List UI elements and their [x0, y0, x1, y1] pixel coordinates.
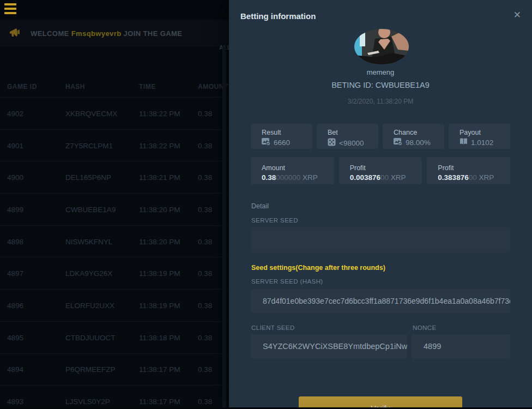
- top-bar: [0, 0, 229, 19]
- profit-label: Profit: [350, 164, 422, 172]
- col-game-id: GAME ID: [7, 83, 37, 91]
- amount-box: Amount 0.38000000 XRP: [251, 157, 334, 184]
- table-row[interactable]: 4895CTBDJUUOCT11:38:18 PM0.38: [0, 322, 229, 354]
- page: WELCOME Fmsqbwyevrb JOIN THE GAME ALL GA…: [0, 0, 532, 409]
- server-seed-hash-input[interactable]: 87d4f01e0be393e7cec7d6bcc3ff1a8871736e9d…: [251, 289, 510, 313]
- stat-bet: Bet <98000: [317, 124, 378, 149]
- avatar[interactable]: [354, 29, 409, 64]
- stat-chance: Chance 98.00%: [383, 124, 444, 149]
- client-seed-label: CLIENT SEED: [251, 324, 295, 331]
- stat-result-value: 6660: [274, 139, 290, 147]
- profit-total-value: 0.38387600 XRP: [438, 173, 510, 182]
- stat-chance-value: 98.00%: [406, 139, 431, 147]
- stat-payout-value: 1.0102: [471, 139, 493, 147]
- dice-icon: [328, 138, 336, 148]
- table-row[interactable]: 4894P6QRMEEFZP11:38:17 PM0.38: [0, 354, 229, 386]
- welcome-username: Fmsqbwyevrb: [71, 29, 122, 38]
- stats-row-1: Result 6660 Bet <98000 Chance: [251, 124, 510, 149]
- stat-result-label: Result: [262, 129, 312, 136]
- amount-label: Amount: [262, 164, 334, 172]
- table-row[interactable]: 4893LJSVLS0Y2P11:38:17 PM0.38: [0, 386, 229, 409]
- col-time: TIME: [139, 83, 156, 91]
- table-row[interactable]: 4897LDKA9YG26X11:38:19 PM0.38: [0, 257, 229, 290]
- table-row[interactable]: 4902XKBRQVECMX11:38:22 PM0.38: [0, 98, 229, 130]
- profit-total-label: Profit: [438, 164, 510, 172]
- col-hash: HASH: [65, 83, 85, 91]
- stat-payout: Payout 1.0102: [449, 124, 510, 149]
- modal-datetime: 3/2/2020, 11:38:20 PM: [229, 98, 532, 105]
- profit-total-box: Profit 0.38387600 XRP: [427, 157, 510, 184]
- welcome-banner: WELCOME Fmsqbwyevrb JOIN THE GAME: [0, 20, 229, 47]
- table-row[interactable]: 4901Z7Y5RCLPM111:38:22 PM0.38: [0, 130, 229, 162]
- chance-icon: [394, 138, 402, 147]
- nonce-input[interactable]: 4899: [412, 334, 510, 358]
- modal-betting-id: BETING ID: CWBUEBE1A9: [229, 81, 532, 89]
- stat-bet-value: <98000: [339, 139, 364, 147]
- stat-bet-label: Bet: [328, 129, 378, 136]
- welcome-text: WELCOME Fmsqbwyevrb JOIN THE GAME: [31, 29, 182, 38]
- betting-information-modal: Betting information ✕ memeng BETING ID: …: [229, 0, 532, 409]
- server-seed-label: SERVER SEED: [251, 217, 298, 224]
- client-seed-input[interactable]: S4YZC6K2WYCiXSBE8YmtdbepCp1iNwz: [251, 334, 407, 358]
- modal-username: memeng: [229, 68, 532, 76]
- game-history-panel: WELCOME Fmsqbwyevrb JOIN THE GAME ALL GA…: [0, 0, 229, 409]
- seed-settings-heading: Seed settings(Change after three rounds): [251, 264, 385, 272]
- stat-chance-label: Chance: [394, 129, 444, 136]
- server-seed-hash-label: SERVER SEED (HASH): [251, 278, 323, 285]
- stats-row-2: Amount 0.38000000 XRP Profit 0.00387600 …: [251, 157, 510, 184]
- table-body: 4902XKBRQVECMX11:38:22 PM0.38 4901Z7Y5RC…: [0, 97, 229, 409]
- table-row[interactable]: 4896ELORFU2UXX11:38:19 PM0.38: [0, 290, 229, 322]
- result-icon: [262, 138, 270, 147]
- server-seed-input[interactable]: [251, 227, 510, 252]
- table-header: GAME ID HASH TIME AMOUNT: [0, 76, 229, 97]
- stat-payout-label: Payout: [460, 129, 510, 136]
- table-row[interactable]: 4899CWBUEBE1A911:38:20 PM0.38: [0, 194, 229, 226]
- close-icon[interactable]: ✕: [513, 10, 521, 20]
- detail-label: Detail: [251, 202, 269, 210]
- nonce-label: NONCE: [413, 324, 437, 331]
- amount-value: 0.38000000 XRP: [262, 173, 334, 182]
- megaphone-icon: [9, 27, 22, 40]
- profit-box: Profit 0.00387600 XRP: [339, 157, 422, 184]
- table-row[interactable]: 4898NISW5KFNYL11:38:20 PM0.38: [0, 226, 229, 258]
- stat-result: Result 6660: [251, 124, 312, 149]
- payout-icon: [460, 138, 468, 147]
- table-row[interactable]: 4900DEL165P6NP11:38:21 PM0.38: [0, 161, 229, 194]
- hamburger-menu-icon[interactable]: [4, 3, 17, 15]
- modal-title: Betting information: [240, 11, 316, 21]
- scrollbar[interactable]: [222, 47, 226, 409]
- profit-value: 0.00387600 XRP: [350, 173, 422, 182]
